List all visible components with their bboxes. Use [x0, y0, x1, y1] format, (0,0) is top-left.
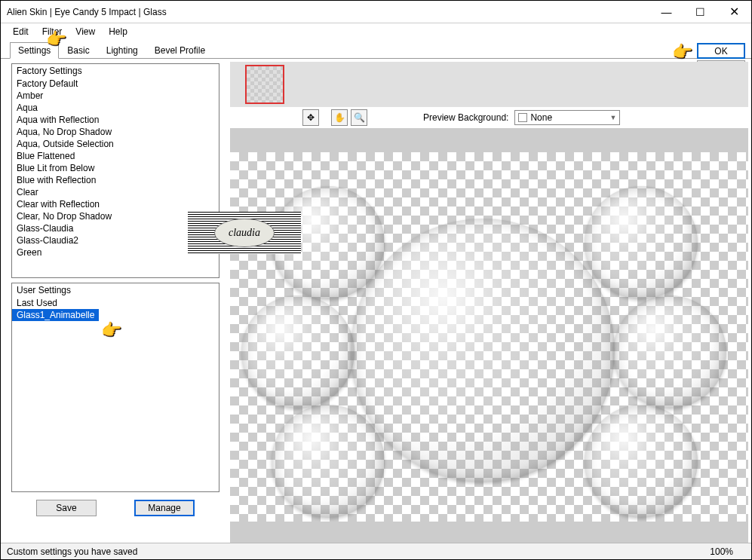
list-item[interactable]: Aqua with Reflection [12, 114, 219, 126]
preview-thumbnail[interactable] [245, 65, 284, 104]
ok-button[interactable]: OK [697, 43, 745, 59]
menu-help[interactable]: Help [103, 25, 134, 38]
list-item[interactable]: Aqua, Outside Selection [12, 138, 219, 150]
menu-edit[interactable]: Edit [7, 25, 35, 38]
list-item[interactable]: Amber [12, 90, 219, 102]
preview-canvas[interactable] [230, 152, 748, 522]
status-text: Custom settings you have saved [7, 546, 137, 557]
minimize-button[interactable]: — [649, 1, 683, 23]
glass-bubble [585, 186, 698, 299]
window-title: Alien Skin | Eye Candy 5 Impact | Glass [7, 7, 649, 17]
watermark-stamp: claudia [188, 212, 301, 254]
list-item[interactable]: Aqua [12, 102, 219, 114]
manage-button[interactable]: Manage [134, 500, 195, 516]
factory-settings-header: Factory Settings [12, 64, 219, 78]
user-settings-header: User Settings [12, 283, 219, 297]
tool-row: ✥ ✋ 🔍 Preview Background: None ▼ [227, 107, 751, 128]
status-bar: Custom settings you have saved 100% [1, 543, 751, 559]
preview-border-top [230, 128, 748, 152]
maximize-button[interactable]: ☐ [683, 1, 717, 23]
glass-bubble [585, 405, 698, 518]
list-item[interactable]: Aqua, No Drop Shadow [12, 126, 219, 138]
preview-background-value: None [530, 112, 552, 123]
list-item[interactable]: Last Used [12, 297, 219, 309]
menu-filter[interactable]: Filter [36, 25, 69, 38]
chevron-down-icon: ▼ [609, 114, 616, 121]
tab-lighting[interactable]: Lighting [98, 42, 146, 58]
watermark-text: claudia [214, 219, 275, 247]
close-button[interactable]: ✕ [717, 1, 751, 23]
list-item[interactable]: Blue Flattened [12, 150, 219, 162]
tool-zoom-icon[interactable]: 🔍 [351, 109, 367, 126]
list-item-selected[interactable]: Glass1_Animabelle [12, 309, 99, 321]
menu-view[interactable]: View [69, 25, 101, 38]
preview-background-label: Preview Background: [423, 112, 508, 123]
list-item[interactable]: Factory Default [12, 78, 219, 90]
title-bar: Alien Skin | Eye Candy 5 Impact | Glass … [1, 1, 751, 23]
zoom-level: 100% [710, 546, 733, 557]
glass-bubble [613, 295, 726, 409]
tab-bevel-profile[interactable]: Bevel Profile [146, 42, 213, 58]
preview-background-select[interactable]: None ▼ [514, 110, 620, 125]
thumbnail-strip [230, 62, 748, 107]
glass-bubble [241, 295, 355, 409]
tool-move-icon[interactable]: ✥ [302, 109, 319, 126]
tab-basic[interactable]: Basic [59, 42, 97, 58]
list-item[interactable]: Blue Lit from Below [12, 162, 219, 174]
preview-panel: ✥ ✋ 🔍 Preview Background: None ▼ [227, 59, 751, 529]
menu-bar: Edit Filter View Help [1, 23, 751, 40]
tab-bar: Settings Basic Lighting Bevel Profile [1, 40, 751, 58]
save-button[interactable]: Save [36, 500, 97, 516]
glass-bubble [272, 405, 385, 518]
settings-panel: Factory Settings Factory Default Amber A… [1, 59, 227, 529]
glass-bubble [351, 219, 615, 482]
swatch-icon [518, 113, 527, 122]
list-item[interactable]: Clear [12, 186, 219, 198]
list-item[interactable]: Blue with Reflection [12, 174, 219, 186]
tab-settings[interactable]: Settings [10, 42, 59, 59]
list-item[interactable]: Clear with Reflection [12, 198, 219, 210]
tool-hand-icon[interactable]: ✋ [331, 109, 348, 126]
user-settings-list[interactable]: User Settings Last Used Glass1_Animabell… [11, 283, 219, 492]
